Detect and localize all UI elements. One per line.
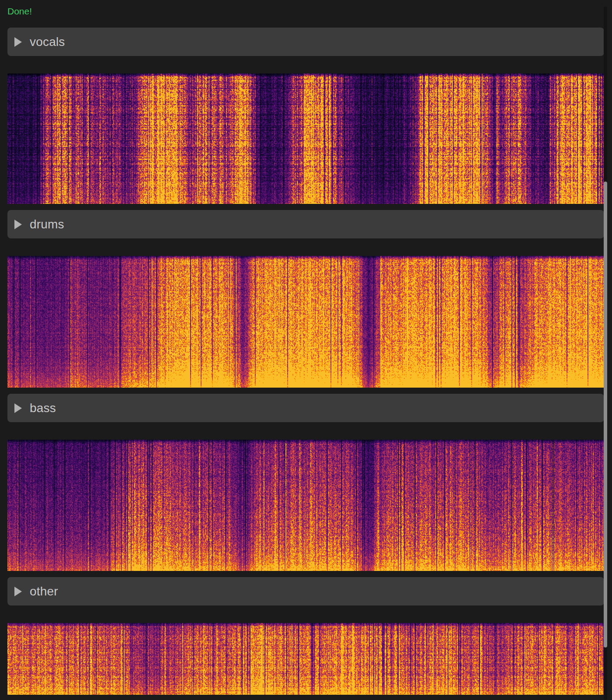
stem-section-vocals: vocals <box>7 28 604 204</box>
spectrogram-other <box>7 623 604 695</box>
accordion-header-bass[interactable]: bass <box>7 394 604 422</box>
accordion-label: vocals <box>30 35 65 49</box>
stem-section-bass: bass <box>7 394 604 571</box>
results-panel: Done! vocals drums bass <box>7 0 604 695</box>
spectrogram-vocals <box>7 74 604 204</box>
expand-arrow-icon <box>14 403 22 413</box>
scrollbar-track[interactable] <box>604 7 607 700</box>
accordion-header-other[interactable]: other <box>7 577 604 606</box>
scrollbar-thumb[interactable] <box>604 182 607 648</box>
accordion-header-drums[interactable]: drums <box>7 210 604 238</box>
accordion-label: bass <box>30 401 56 415</box>
accordion-label: other <box>30 584 58 598</box>
expand-arrow-icon <box>14 37 22 47</box>
spectrogram-bass <box>7 440 604 571</box>
spectrogram-drums <box>7 256 604 388</box>
accordion-header-vocals[interactable]: vocals <box>7 28 604 56</box>
status-message: Done! <box>7 5 604 18</box>
expand-arrow-icon <box>14 587 22 596</box>
expand-arrow-icon <box>14 220 22 229</box>
accordion-label: drums <box>30 217 64 231</box>
stem-section-drums: drums <box>7 210 604 388</box>
app-root: Done! vocals drums bass <box>0 0 612 700</box>
stem-section-other: other <box>7 577 604 695</box>
